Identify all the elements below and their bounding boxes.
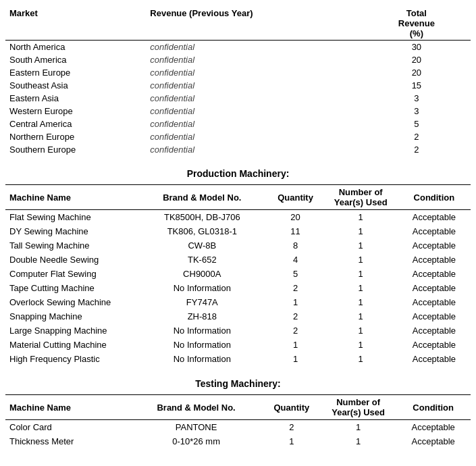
prod-brand-header: Brand & Model No. — [137, 185, 267, 210]
machine-years: 1 — [324, 253, 398, 267]
test-condition-header: Condition — [396, 395, 471, 420]
machine-name: DY Sewing Machine — [5, 224, 137, 238]
test-machine-brand: PANTONE — [130, 420, 263, 435]
test-machine-qty: 2 — [263, 420, 321, 435]
market-name: Northern Europe — [5, 130, 146, 143]
test-brand-header: Brand & Model No. — [130, 395, 263, 420]
machine-brand: FY747A — [137, 295, 267, 309]
machine-condition: Acceptable — [398, 224, 471, 238]
market-row: Southern Europe confidential 2 — [5, 143, 471, 156]
market-revenue: confidential — [146, 118, 362, 130]
machine-condition: Acceptable — [398, 238, 471, 253]
market-percent: 20 — [363, 66, 471, 79]
production-row: Material Cutting Machine No Information … — [5, 338, 471, 352]
machine-condition: Acceptable — [398, 295, 471, 309]
machine-condition: Acceptable — [398, 267, 471, 281]
market-name: Central America — [5, 118, 146, 130]
machine-qty: 1 — [267, 352, 323, 366]
test-machine-years: 1 — [321, 434, 396, 448]
machine-brand: No Information — [137, 323, 267, 338]
machine-years: 1 — [324, 267, 398, 281]
test-machine-years: 1 — [321, 420, 396, 435]
machine-condition: Acceptable — [398, 281, 471, 295]
market-percent: 3 — [363, 92, 471, 105]
revenue-col-header: Revenue (Previous Year) — [146, 7, 362, 41]
machine-brand: CW-8B — [137, 238, 267, 253]
machine-years: 1 — [324, 323, 398, 338]
machine-brand: No Information — [137, 352, 267, 366]
machine-name: Tape Cutting Machine — [5, 281, 137, 295]
production-row: High Frequency Plastic No Information 1 … — [5, 352, 471, 366]
machine-name: Overlock Sewing Machine — [5, 295, 137, 309]
machine-brand: TK-652 — [137, 253, 267, 267]
machine-name: Tall Sewing Machine — [5, 238, 137, 253]
machine-condition: Acceptable — [398, 323, 471, 338]
market-revenue: confidential — [146, 66, 362, 79]
production-row: Tape Cutting Machine No Information 2 1 … — [5, 281, 471, 295]
market-revenue: confidential — [146, 79, 362, 92]
market-row: Eastern Asia confidential 3 — [5, 92, 471, 105]
market-row: Central America confidential 5 — [5, 118, 471, 130]
machine-condition: Acceptable — [398, 338, 471, 352]
machine-condition: Acceptable — [398, 352, 471, 366]
machine-name: Computer Flat Sewing — [5, 267, 137, 281]
market-row: Southeast Asia confidential 15 — [5, 79, 471, 92]
market-percent: 2 — [363, 130, 471, 143]
market-name: Southeast Asia — [5, 79, 146, 92]
machine-qty: 20 — [267, 210, 323, 225]
production-row: DY Sewing Machine TK806, GL0318-1 11 1 A… — [5, 224, 471, 238]
machine-name: Snapping Machine — [5, 309, 137, 323]
prod-qty-header: Quantity — [267, 185, 323, 210]
machine-years: 1 — [324, 210, 398, 225]
testing-row: Color Card PANTONE 2 1 Acceptable — [5, 420, 471, 435]
machine-brand: TK806, GL0318-1 — [137, 224, 267, 238]
market-percent: 2 — [363, 143, 471, 156]
prod-years-header: Number ofYear(s) Used — [324, 185, 398, 210]
machine-name: Large Snapping Machine — [5, 323, 137, 338]
market-percent: 20 — [363, 53, 471, 66]
machine-name: Material Cutting Machine — [5, 338, 137, 352]
machine-years: 1 — [324, 352, 398, 366]
test-years-header: Number ofYear(s) Used — [321, 395, 396, 420]
machine-qty: 2 — [267, 323, 323, 338]
test-machine-name: Color Card — [5, 420, 130, 435]
machine-qty: 11 — [267, 224, 323, 238]
market-revenue: confidential — [146, 105, 362, 118]
production-row: Snapping Machine ZH-818 2 1 Acceptable — [5, 309, 471, 323]
market-table: Market Revenue (Previous Year) TotalReve… — [5, 7, 471, 156]
market-row: Eastern Europe confidential 20 — [5, 66, 471, 79]
market-revenue: confidential — [146, 130, 362, 143]
machine-years: 1 — [324, 281, 398, 295]
market-name: Western Europe — [5, 105, 146, 118]
market-name: South America — [5, 53, 146, 66]
production-table: Machine Name Brand & Model No. Quantity … — [5, 184, 471, 366]
test-machine-qty: 1 — [263, 434, 321, 448]
production-title: Production Machinery: — [5, 168, 471, 179]
machine-name: High Frequency Plastic — [5, 352, 137, 366]
market-row: South America confidential 20 — [5, 53, 471, 66]
production-row: Computer Flat Sewing CH9000A 5 1 Accepta… — [5, 267, 471, 281]
market-name: Southern Europe — [5, 143, 146, 156]
market-revenue: confidential — [146, 143, 362, 156]
test-machine-condition: Acceptable — [396, 420, 471, 435]
market-name: Eastern Europe — [5, 66, 146, 79]
machine-years: 1 — [324, 224, 398, 238]
market-revenue: confidential — [146, 92, 362, 105]
machine-years: 1 — [324, 295, 398, 309]
market-row: Western Europe confidential 3 — [5, 105, 471, 118]
market-row: Northern Europe confidential 2 — [5, 130, 471, 143]
machine-brand: No Information — [137, 281, 267, 295]
testing-table: Machine Name Brand & Model No. Quantity … — [5, 394, 471, 448]
market-col-header: Market — [5, 7, 146, 41]
machine-name: Flat Sewing Machine — [5, 210, 137, 225]
machine-brand: CH9000A — [137, 267, 267, 281]
machine-brand: ZH-818 — [137, 309, 267, 323]
market-row: North America confidential 30 — [5, 41, 471, 54]
test-qty-header: Quantity — [263, 395, 321, 420]
test-machine-name: Thickness Meter — [5, 434, 130, 448]
testing-title: Testing Machinery: — [5, 378, 471, 389]
test-name-header: Machine Name — [5, 395, 130, 420]
machine-condition: Acceptable — [398, 309, 471, 323]
machine-condition: Acceptable — [398, 210, 471, 225]
production-row: Large Snapping Machine No Information 2 … — [5, 323, 471, 338]
